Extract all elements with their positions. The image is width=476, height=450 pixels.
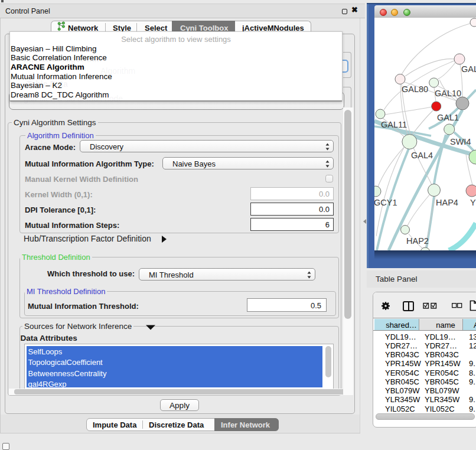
- svg-text:GCY1: GCY1: [374, 198, 397, 207]
- svg-text:GAL10: GAL10: [435, 89, 461, 98]
- svg-text:GAL4: GAL4: [411, 151, 433, 160]
- svg-text:GAL1: GAL1: [437, 113, 459, 122]
- svg-text:GAL11: GAL11: [381, 120, 407, 129]
- svg-text:SWI4: SWI4: [450, 137, 471, 146]
- svg-text:GAL: GAL: [461, 64, 476, 74]
- svg-text:HAP4: HAP4: [436, 198, 458, 207]
- svg-text:Y: Y: [470, 198, 476, 207]
- svg-text:GAL80: GAL80: [402, 84, 428, 94]
- svg-text:HAP2: HAP2: [406, 236, 429, 246]
